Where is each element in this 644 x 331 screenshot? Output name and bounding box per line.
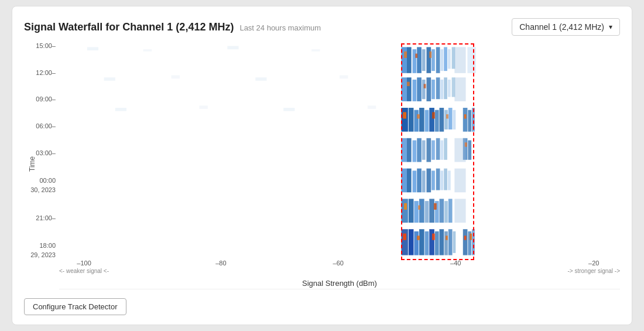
svg-rect-87 bbox=[414, 201, 419, 223]
svg-rect-66 bbox=[426, 138, 431, 162]
svg-rect-37 bbox=[444, 77, 447, 99]
svg-rect-23 bbox=[448, 49, 451, 69]
svg-rect-123 bbox=[454, 199, 465, 223]
svg-rect-6 bbox=[172, 76, 180, 79]
svg-rect-11 bbox=[283, 108, 294, 111]
svg-rect-8 bbox=[340, 76, 348, 79]
svg-rect-28 bbox=[401, 77, 407, 101]
svg-rect-61 bbox=[401, 138, 407, 162]
svg-rect-41 bbox=[424, 84, 426, 88]
svg-rect-29 bbox=[407, 77, 412, 101]
svg-rect-111 bbox=[432, 234, 435, 240]
svg-rect-110 bbox=[417, 236, 420, 240]
svg-rect-122 bbox=[454, 169, 465, 193]
svg-rect-16 bbox=[417, 47, 422, 73]
svg-rect-55 bbox=[432, 112, 435, 118]
svg-rect-31 bbox=[417, 77, 422, 101]
svg-rect-85 bbox=[401, 199, 407, 223]
svg-rect-27 bbox=[429, 52, 431, 58]
svg-rect-92 bbox=[440, 199, 444, 223]
svg-rect-36 bbox=[440, 80, 443, 99]
svg-rect-45 bbox=[419, 108, 424, 132]
svg-rect-54 bbox=[417, 114, 420, 118]
grid-line-8 bbox=[59, 289, 620, 289]
svg-rect-96 bbox=[418, 206, 420, 210]
svg-rect-17 bbox=[422, 49, 426, 71]
y-tick-0600: 06:00– bbox=[36, 123, 56, 129]
y-tick-0300: 03:00– bbox=[36, 150, 56, 156]
svg-rect-50 bbox=[444, 110, 448, 129]
svg-rect-68 bbox=[436, 138, 440, 160]
svg-rect-20 bbox=[436, 47, 440, 73]
svg-rect-88 bbox=[419, 199, 424, 223]
y-axis-ticks: 15:00– 12:00– 09:00– 06:00– 03:00– 00:00… bbox=[24, 43, 59, 260]
channel-dropdown[interactable]: Channel 1 (2,412 MHz) ▾ bbox=[512, 18, 620, 36]
svg-rect-72 bbox=[468, 141, 471, 160]
svg-rect-112 bbox=[446, 236, 448, 240]
svg-rect-60 bbox=[464, 114, 467, 118]
svg-rect-108 bbox=[453, 231, 456, 253]
svg-rect-77 bbox=[417, 169, 422, 193]
subtitle: Last 24 hours maximum bbox=[239, 23, 321, 32]
svg-rect-42 bbox=[401, 108, 407, 132]
svg-rect-102 bbox=[425, 231, 429, 255]
header-row: Signal Waterfall for Channel 1 (2,412 MH… bbox=[24, 18, 620, 36]
svg-rect-34 bbox=[431, 80, 435, 99]
svg-rect-81 bbox=[436, 169, 440, 190]
svg-rect-104 bbox=[435, 231, 439, 255]
svg-rect-79 bbox=[426, 169, 431, 193]
svg-rect-10 bbox=[200, 105, 208, 109]
svg-rect-67 bbox=[431, 141, 435, 160]
svg-rect-97 bbox=[434, 203, 437, 210]
svg-rect-117 bbox=[470, 234, 472, 240]
svg-rect-47 bbox=[429, 108, 434, 132]
svg-rect-52 bbox=[453, 110, 456, 129]
svg-rect-26 bbox=[415, 54, 417, 58]
svg-rect-48 bbox=[435, 110, 439, 132]
svg-rect-44 bbox=[414, 110, 419, 132]
svg-rect-113 bbox=[463, 229, 468, 255]
svg-rect-49 bbox=[440, 108, 444, 132]
svg-rect-107 bbox=[448, 229, 453, 255]
y-tick-1800: 18:0029, 2023 bbox=[30, 241, 56, 260]
x-axis-title: Signal Strength (dBm) bbox=[59, 279, 620, 288]
svg-rect-86 bbox=[409, 199, 414, 223]
svg-rect-120 bbox=[454, 77, 465, 101]
x-axis: –100 <- weaker signal <- –80 –60 –40 –20… bbox=[59, 260, 620, 274]
svg-rect-25 bbox=[404, 52, 407, 58]
chart-area: Time 15:00– 12:00– 09:00– 06:00– 03:00– … bbox=[24, 43, 620, 289]
svg-rect-43 bbox=[409, 108, 414, 132]
svg-rect-33 bbox=[426, 77, 431, 101]
svg-rect-32 bbox=[422, 80, 426, 99]
svg-rect-30 bbox=[413, 80, 417, 101]
x-tick-minus40: –40 bbox=[450, 260, 461, 267]
svg-rect-14 bbox=[407, 47, 412, 73]
svg-rect-9 bbox=[115, 108, 126, 111]
svg-rect-99 bbox=[409, 229, 414, 255]
svg-rect-13 bbox=[401, 47, 407, 73]
svg-rect-84 bbox=[448, 170, 451, 190]
svg-rect-78 bbox=[422, 170, 426, 192]
svg-rect-82 bbox=[440, 170, 443, 190]
svg-rect-98 bbox=[401, 229, 407, 255]
configure-track-detector-button[interactable]: Configure Track Detector bbox=[24, 298, 126, 315]
svg-rect-38 bbox=[448, 80, 451, 97]
svg-rect-118 bbox=[454, 47, 465, 73]
svg-rect-94 bbox=[448, 199, 453, 223]
svg-rect-4 bbox=[311, 49, 320, 52]
svg-rect-62 bbox=[407, 138, 412, 162]
y-tick-2100: 21:00– bbox=[36, 215, 56, 221]
svg-rect-56 bbox=[446, 114, 448, 118]
svg-rect-19 bbox=[431, 49, 435, 71]
svg-rect-21 bbox=[440, 49, 443, 71]
svg-rect-109 bbox=[403, 234, 406, 240]
svg-rect-90 bbox=[429, 199, 434, 223]
channel-dropdown-label: Channel 1 (2,412 MHz) bbox=[519, 22, 604, 32]
svg-rect-35 bbox=[436, 77, 440, 99]
svg-rect-1 bbox=[87, 47, 98, 50]
svg-rect-12 bbox=[368, 105, 376, 109]
svg-rect-65 bbox=[422, 141, 426, 160]
svg-rect-2 bbox=[143, 49, 152, 52]
svg-rect-64 bbox=[417, 138, 422, 162]
svg-rect-53 bbox=[403, 112, 406, 118]
